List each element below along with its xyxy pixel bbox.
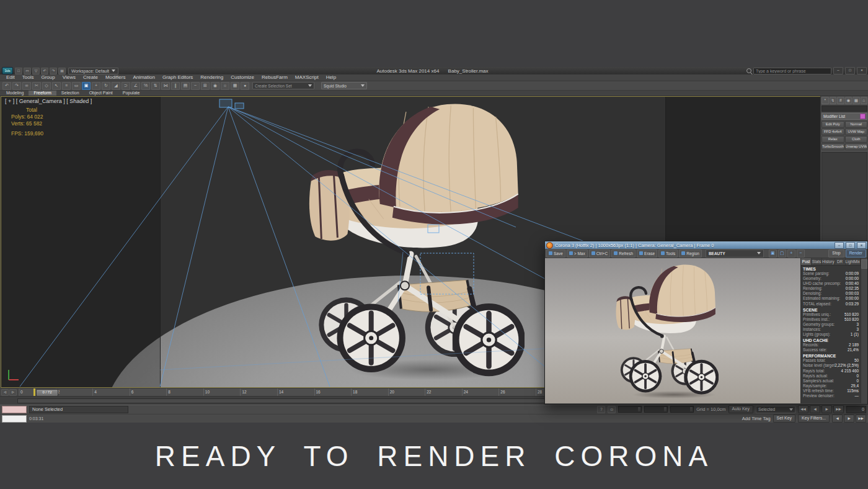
corona-panel-tab[interactable]: History (822, 258, 835, 265)
workspace-dropdown[interactable]: Workspace: Default (68, 68, 118, 74)
minimize-button[interactable]: – (833, 67, 843, 74)
corona-toolbar-button[interactable]: Refresh (611, 249, 636, 258)
bind-spacewarp-icon[interactable]: ◇ (42, 82, 51, 90)
project-folder-icon[interactable]: ▤ (58, 68, 66, 74)
object-name-field[interactable] (822, 105, 867, 112)
display-tab-icon[interactable]: ▦ (852, 97, 860, 104)
corona-titlebar[interactable]: Corona 3 (Hotfix 2) | 1000x563px (1:1) |… (545, 241, 867, 249)
viewport-label[interactable]: [ + ] [ General_Camera ] [ Shaded ] (5, 98, 92, 104)
maximize-button[interactable]: □ (845, 67, 855, 74)
motion-tab-icon[interactable]: ◉ (845, 97, 852, 104)
menu-item[interactable]: Help (322, 74, 340, 81)
select-link-icon[interactable]: ∞ (22, 82, 31, 90)
menu-item[interactable]: Edit (2, 74, 19, 81)
corona-toolbar-button[interactable]: Ctrl+C (589, 249, 611, 258)
pin-stack-icon[interactable] (860, 114, 866, 119)
hierarchy-tab-icon[interactable]: # (837, 97, 844, 104)
zoom-100-icon[interactable]: ▢ (778, 249, 786, 258)
menu-item[interactable]: Modifiers (102, 74, 129, 81)
minimize-button[interactable]: – (835, 242, 844, 249)
undo-icon[interactable]: ↶ (2, 82, 11, 90)
maxscript-mini-listener[interactable] (2, 406, 27, 413)
corona-panel-tab[interactable]: LightMix (846, 258, 861, 265)
corona-toolbar-button[interactable]: Region (679, 249, 702, 258)
crossing-selection-icon[interactable]: ▣ (82, 82, 91, 90)
curve-editor-icon[interactable]: ~ (191, 82, 200, 90)
go-to-end-icon[interactable]: ▶▶ (856, 415, 866, 423)
ribbon-tab[interactable]: Modeling (1, 91, 29, 96)
modifier-button[interactable]: UVW Map (845, 128, 868, 135)
create-tab-icon[interactable]: * (822, 97, 829, 104)
render-button[interactable]: Render (846, 249, 866, 258)
search-input[interactable] (753, 68, 831, 74)
menu-item[interactable]: Views (59, 74, 79, 81)
maxscript-listener-input[interactable] (2, 415, 27, 423)
modify-tab-icon[interactable]: ↯ (830, 97, 837, 104)
play-icon[interactable]: ▶ (822, 405, 832, 413)
corona-panel-tab[interactable]: Post (801, 258, 812, 265)
utilities-tab-icon[interactable]: ⌂ (861, 97, 868, 104)
layer-manager-icon[interactable]: ▤ (181, 82, 190, 90)
select-move-icon[interactable]: + (92, 82, 100, 90)
named-selection-set-dropdown[interactable]: Create Selection Set (252, 82, 314, 89)
previous-key-icon[interactable]: ◀ (832, 415, 843, 423)
zoom-in-icon[interactable]: + (787, 249, 795, 258)
set-key-button[interactable]: Set Key (773, 415, 796, 423)
selection-lock-icon[interactable]: ⊙ (608, 406, 616, 413)
menu-item[interactable]: Create (79, 74, 102, 81)
menu-item[interactable]: MAXScript (291, 74, 322, 81)
material-editor-icon[interactable]: ◉ (211, 82, 219, 90)
angle-snap-icon[interactable]: ∠ (131, 82, 140, 90)
key-mode-dropdown[interactable]: Selected (756, 406, 795, 413)
close-button[interactable]: × (857, 67, 867, 74)
coordinate-x-field[interactable] (618, 406, 642, 413)
redo-icon[interactable]: ↷ (50, 68, 57, 74)
select-by-name-icon[interactable]: ≡ (62, 82, 71, 90)
render-production-icon[interactable]: ● (241, 82, 249, 90)
close-button[interactable]: × (857, 242, 866, 249)
select-rotate-icon[interactable]: ↻ (102, 82, 110, 90)
zoom-fit-icon[interactable]: ▣ (769, 249, 777, 258)
add-time-tag[interactable]: Add Time Tag (742, 416, 771, 421)
menu-item[interactable]: RebusFarm (258, 74, 291, 81)
menu-item[interactable]: Tools (19, 74, 38, 81)
menu-item[interactable]: Graph Editors (159, 74, 197, 81)
panel-collapse-handle[interactable] (861, 259, 867, 269)
rect-selection-icon[interactable]: ▭ (72, 82, 81, 90)
modifier-list-dropdown[interactable]: Modifier List (822, 113, 867, 120)
save-file-icon[interactable]: ▽ (32, 68, 40, 74)
auto-key-button[interactable]: Auto Key (728, 405, 753, 413)
ribbon-tab[interactable]: Populate (118, 91, 145, 96)
corona-toolbar-button[interactable]: Save (546, 249, 565, 258)
spinner-snap-icon[interactable]: ⇅ (151, 82, 160, 90)
ribbon-tab[interactable]: Selection (56, 91, 84, 96)
corona-toolbar-button[interactable]: Erase (637, 249, 657, 258)
render-pass-dropdown[interactable]: BEAUTY (706, 249, 764, 258)
ribbon-tab[interactable]: Freeform (29, 91, 56, 96)
current-frame-field[interactable]: 0 (846, 406, 866, 413)
corona-panel-tab[interactable]: Stats (812, 258, 822, 265)
key-mode-toggle-icon[interactable]: ⊲ (1, 389, 9, 396)
next-frame-icon[interactable]: ▶▶ (833, 405, 844, 413)
corona-toolbar-button[interactable]: Tools (658, 249, 678, 258)
help-icon[interactable]: ? (597, 406, 605, 413)
percent-snap-icon[interactable]: % (141, 82, 150, 90)
menu-item[interactable]: Animation (129, 74, 159, 81)
modifier-button[interactable]: Unwrap UVW (845, 143, 868, 150)
align-icon[interactable]: ∥ (171, 82, 180, 90)
coordinate-z-field[interactable] (670, 406, 694, 413)
undo-icon[interactable]: ↶ (41, 68, 48, 74)
modifier-button[interactable]: TurboSmooth (822, 143, 844, 150)
modifier-button[interactable]: FFD 4x4x4 (822, 128, 844, 135)
stop-render-button[interactable]: Stop (828, 249, 844, 258)
application-menu-button[interactable]: 3ds (2, 67, 13, 74)
corona-panel-tab[interactable]: DR (835, 258, 846, 265)
ribbon-tab[interactable]: Object Paint (84, 91, 118, 96)
modifier-button[interactable]: Edit Poly (822, 121, 844, 128)
zoom-out-icon[interactable]: − (797, 249, 805, 258)
render-setup-icon[interactable]: ☼ (221, 82, 229, 90)
coordinate-y-field[interactable] (644, 406, 668, 413)
key-filters-button[interactable]: Key Filters... (798, 415, 830, 423)
menu-item[interactable]: Customize (227, 74, 258, 81)
time-slider-handle[interactable]: 0 / 72 (36, 389, 58, 397)
